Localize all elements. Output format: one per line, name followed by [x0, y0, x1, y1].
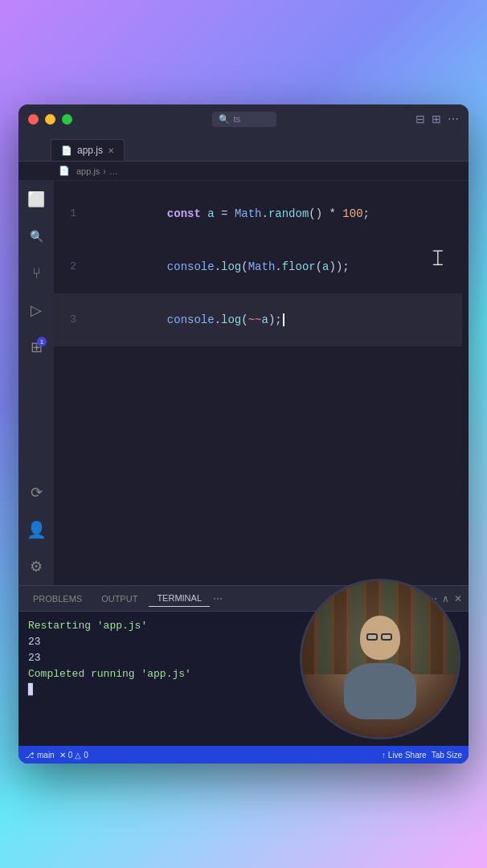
- source-control-icon: ⑂: [32, 265, 41, 282]
- title-bar-icons: ⊟ ⊞ ⋯: [415, 113, 459, 125]
- status-live-share[interactable]: ↑ Live Share: [382, 751, 427, 760]
- text-cursor: [283, 313, 284, 326]
- webcam-placeholder: [302, 581, 458, 737]
- person-body: [344, 663, 416, 719]
- remote-icon: ⟳: [31, 484, 43, 502]
- maximize-button[interactable]: [62, 114, 72, 125]
- file-icon: 📄: [61, 145, 72, 156]
- status-tab-size[interactable]: Tab Size: [432, 751, 462, 760]
- tab-label: app.js: [77, 145, 103, 156]
- minimap: [462, 181, 469, 585]
- error-count: 0: [68, 751, 73, 760]
- breadcrumb-filename: app.js: [76, 166, 100, 176]
- layout-icon[interactable]: ⊞: [432, 113, 441, 125]
- code-text-2: console.log(Math.floor(a));: [86, 240, 350, 293]
- line-number-2: 2: [60, 258, 86, 276]
- mouse-cursor: 𝙸: [430, 245, 446, 272]
- code-line-2: 2 console.log(Math.floor(a));: [54, 240, 462, 293]
- tab-app-js[interactable]: 📄 app.js ✕: [51, 139, 125, 161]
- webcam-overlay: [300, 579, 460, 739]
- search-bar[interactable]: 🔍 ts: [212, 112, 276, 127]
- glass-right: [381, 633, 392, 641]
- tab-problems[interactable]: PROBLEMS: [25, 591, 90, 607]
- panel-more-icon[interactable]: ⋯: [213, 593, 223, 604]
- activity-extensions[interactable]: ⊞ 1: [24, 335, 48, 359]
- editor-content: 1 const a = Math.random() * 100; 2 conso…: [54, 181, 462, 353]
- breadcrumb-file: 📄: [59, 166, 70, 176]
- search-placeholder: ts: [234, 114, 241, 124]
- person-silhouette: [344, 616, 416, 719]
- debug-icon: ▷: [31, 301, 42, 319]
- terminal-text-2: 23: [28, 634, 41, 650]
- settings-icon: ⚙: [30, 558, 43, 575]
- person-glasses: [366, 633, 392, 641]
- activity-bar: ⬜ 🔍 ⑂ ▷ ⊞ 1 ⟳ 👤 ⚙: [18, 181, 54, 585]
- warning-count: 0: [84, 751, 88, 760]
- code-line-1: 1 const a = Math.random() * 100;: [54, 187, 462, 240]
- code-line-3: 3 console.log(~~a);: [54, 293, 462, 346]
- tab-size-label: Tab Size: [432, 751, 462, 760]
- branch-name: main: [37, 751, 55, 760]
- activity-search[interactable]: 🔍: [24, 224, 48, 248]
- editor-area[interactable]: 1 const a = Math.random() * 100; 2 conso…: [54, 181, 462, 585]
- close-button[interactable]: [28, 114, 39, 125]
- terminal-prompt: ▊: [28, 682, 35, 698]
- activity-accounts[interactable]: 👤: [24, 518, 48, 542]
- activity-files[interactable]: ⬜: [24, 187, 48, 211]
- terminal-text-1: Restarting 'app.js': [28, 618, 147, 634]
- tab-output[interactable]: OUTPUT: [93, 591, 145, 607]
- tab-close-button[interactable]: ✕: [108, 146, 114, 155]
- minimize-button[interactable]: [45, 114, 55, 125]
- status-bar: ⎇ main ✕ 0 △ 0 ↑ Live Share Tab Size: [18, 746, 469, 764]
- code-text-3: console.log(~~a);: [86, 293, 284, 346]
- activity-remote[interactable]: ⟳: [24, 481, 48, 505]
- live-share-icon: ↑: [382, 751, 386, 760]
- extensions-badge: 1: [37, 337, 47, 346]
- split-editor-icon[interactable]: ⊟: [415, 113, 425, 125]
- activity-source-control[interactable]: ⑂: [24, 261, 48, 285]
- more-icon[interactable]: ⋯: [448, 113, 459, 125]
- accounts-icon: 👤: [27, 520, 47, 539]
- title-bar: 🔍 ts ⊟ ⊞ ⋯: [18, 104, 469, 133]
- tab-terminal[interactable]: TERMINAL: [149, 590, 210, 607]
- vscode-window: 🔍 ts ⊟ ⊞ ⋯ 📄 app.js ✕ 📄 app.js › … ⬜: [18, 104, 469, 764]
- terminal-text-4: Completed running 'app.js': [28, 666, 191, 682]
- status-git-branch[interactable]: ⎇ main: [25, 751, 55, 760]
- git-icon: ⎇: [25, 751, 35, 760]
- live-share-label: Live Share: [388, 751, 427, 760]
- code-text-1: const a = Math.random() * 100;: [86, 187, 370, 240]
- warning-icon: △: [75, 751, 81, 760]
- activity-settings[interactable]: ⚙: [24, 555, 48, 579]
- error-icon: ✕: [59, 751, 66, 760]
- search-icon: 🔍: [30, 230, 43, 243]
- activity-debug[interactable]: ▷: [24, 298, 48, 322]
- line-number-3: 3: [60, 311, 86, 329]
- person-head: [360, 616, 400, 660]
- status-errors[interactable]: ✕ 0 △ 0: [59, 751, 88, 760]
- files-icon: ⬜: [27, 190, 45, 208]
- search-icon: 🔍: [219, 114, 230, 125]
- line-number-1: 1: [60, 205, 86, 223]
- breadcrumb: 📄 app.js › …: [18, 162, 469, 181]
- main-area: ⬜ 🔍 ⑂ ▷ ⊞ 1 ⟳ 👤 ⚙: [18, 181, 469, 585]
- glass-left: [366, 633, 378, 641]
- tab-bar: 📄 app.js ✕: [18, 133, 469, 162]
- terminal-text-3: 23: [28, 650, 41, 666]
- breadcrumb-ellipsis: …: [109, 166, 118, 176]
